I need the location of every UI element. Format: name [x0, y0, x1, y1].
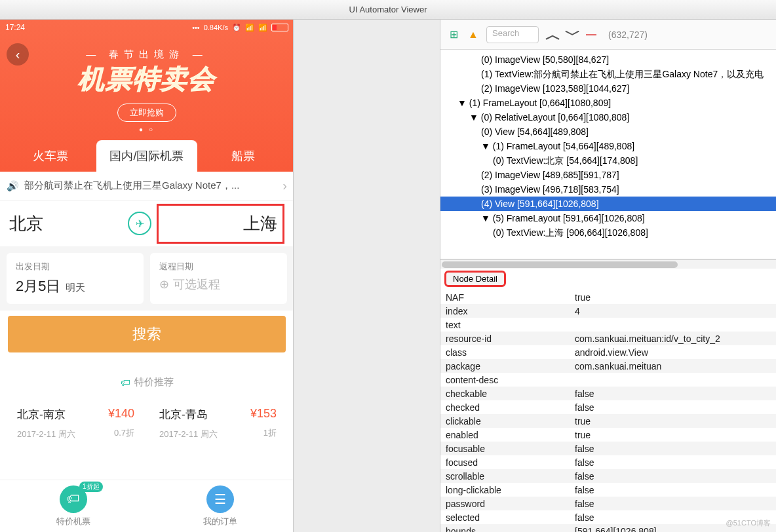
- notice-bar[interactable]: 🔊 部分航司禁止在飞机上使用三星Galaxy Note7，... ›: [0, 172, 294, 200]
- tab-ship[interactable]: 船票: [193, 140, 294, 172]
- chevron-up-icon[interactable]: ︿: [545, 24, 558, 45]
- swap-cities-button[interactable]: ✈: [128, 212, 151, 235]
- tree-row[interactable]: (1) TextView:部分航司禁止在飞机上使用三星Galaxy Note7，…: [440, 67, 776, 81]
- tree-row[interactable]: (0) View [54,664][489,808]: [440, 124, 776, 139]
- node-detail-tab[interactable]: Node Detail: [444, 271, 506, 287]
- carousel-dots: ● ○: [0, 126, 294, 133]
- detail-value: false: [575, 499, 776, 509]
- detail-row: checkablefalse: [440, 387, 776, 400]
- recommendation-title: 🏷 特价推荐: [0, 376, 294, 389]
- detail-value: true: [575, 292, 776, 303]
- warning-icon[interactable]: ▲: [467, 29, 480, 41]
- signal-icon: 📶: [258, 24, 267, 32]
- status-time: 17:24: [5, 23, 25, 32]
- status-indicators: ••• 0.84K/s ⏰ 📶 📶: [192, 24, 288, 32]
- tree-row[interactable]: ▼ (1) FrameLayout [54,664][489,808]: [440, 139, 776, 153]
- tree-row[interactable]: (2) ImageView [1023,588][1044,627]: [440, 81, 776, 96]
- return-date-card[interactable]: 返程日期 ⊕可选返程: [150, 253, 287, 304]
- tree-row[interactable]: (4) View [591,664][1026,808]: [440, 197, 776, 211]
- detail-key: focusable: [440, 444, 575, 454]
- tree-row[interactable]: ▼ (0) RelativeLayout [0,664][1080,808]: [440, 110, 776, 124]
- detail-value: com.sankuai.meituan: [575, 361, 776, 371]
- detail-row: resource-idcom.sankuai.meituan:id/v_to_c…: [440, 332, 776, 345]
- reco-discount: 1折: [250, 427, 277, 439]
- tree-horizontal-scrollbar[interactable]: [440, 259, 776, 269]
- tree-row[interactable]: (0) TextView:北京 [54,664][174,808]: [440, 153, 776, 168]
- minus-icon[interactable]: —: [585, 29, 598, 41]
- battery-icon: [271, 24, 288, 31]
- detail-value: true: [575, 416, 776, 427]
- detail-key: scrollable: [440, 471, 575, 482]
- detail-value: false: [575, 402, 776, 413]
- expand-all-icon[interactable]: ⊞: [447, 28, 460, 41]
- window-title: UI Automator Viewer: [0, 0, 776, 20]
- to-city[interactable]: 上海: [157, 204, 284, 244]
- chevron-down-icon[interactable]: ﹀: [565, 24, 578, 45]
- detail-row: focusedfalse: [440, 455, 776, 469]
- reco-discount: 0.7折: [108, 427, 134, 439]
- detail-value: android.view.View: [575, 347, 776, 358]
- detail-key: bounds: [440, 526, 575, 533]
- detail-value: 4: [575, 306, 776, 316]
- hero-cta-button[interactable]: 立即抢购: [117, 104, 176, 122]
- detail-key: content-desc: [440, 375, 575, 385]
- detail-row: focusablefalse: [440, 442, 776, 455]
- tree-row[interactable]: ▼ (5) FrameLayout [591,664][1026,808]: [440, 211, 776, 225]
- detail-row: passwordfalse: [440, 497, 776, 510]
- detail-row: text: [440, 318, 776, 332]
- detail-row: clickabletrue: [440, 414, 776, 428]
- detail-value: com.sankuai.meituan:id/v_to_city_2: [575, 333, 776, 344]
- tab-train[interactable]: 火车票: [0, 140, 100, 172]
- chevron-left-icon: ‹: [16, 47, 20, 62]
- return-date-placeholder: 可选返程: [173, 276, 220, 292]
- detail-value: false: [575, 485, 776, 495]
- detail-key: clickable: [440, 416, 575, 427]
- bottom-nav-label: 特价机票: [56, 516, 90, 527]
- detail-key: password: [440, 499, 575, 509]
- depart-date-label: 出发日期: [16, 261, 134, 273]
- plus-circle-icon: ⊕: [159, 277, 169, 292]
- tree-row[interactable]: (2) ImageView [489,685][591,787]: [440, 168, 776, 182]
- detail-key: focused: [440, 457, 575, 468]
- plane-icon: ✈: [136, 218, 144, 230]
- search-button[interactable]: 搜索: [8, 316, 286, 352]
- watermark: @51CTO博客: [726, 518, 771, 528]
- hierarchy-tree[interactable]: (0) ImageView [50,580][84,627](1) TextVi…: [440, 50, 776, 259]
- return-date-label: 返程日期: [159, 261, 278, 273]
- detail-row: checkedfalse: [440, 400, 776, 414]
- back-button[interactable]: ‹: [7, 43, 29, 66]
- reco-card[interactable]: 北京-南京 2017-2-11 周六 ¥140 0.7折: [8, 398, 144, 449]
- chevron-right-icon: ›: [282, 178, 287, 193]
- middle-pane: [294, 20, 440, 532]
- detail-key: text: [440, 320, 575, 330]
- detail-row: long-clickablefalse: [440, 483, 776, 497]
- detail-value: false: [575, 457, 776, 468]
- detail-key: index: [440, 306, 575, 316]
- bottom-nav-orders[interactable]: ☰ 我的订单: [147, 480, 294, 532]
- detail-key: long-clickable: [440, 485, 575, 495]
- tree-row[interactable]: (3) ImageView [496,718][583,754]: [440, 182, 776, 197]
- tree-row[interactable]: ▼ (1) FrameLayout [0,664][1080,809]: [440, 96, 776, 110]
- detail-key: enabled: [440, 430, 575, 440]
- bottom-nav-deals[interactable]: 1折起 🏷 特价机票: [0, 480, 147, 532]
- detail-row: packagecom.sankuai.meituan: [440, 359, 776, 373]
- tree-row[interactable]: (0) TextView:上海 [906,664][1026,808]: [440, 225, 776, 240]
- detail-row: content-desc: [440, 373, 776, 387]
- depart-date-sub: 明天: [66, 282, 85, 294]
- detail-key: package: [440, 361, 575, 371]
- reco-card[interactable]: 北京-青岛 2017-2-11 周六 ¥153 1折: [150, 398, 286, 449]
- search-input[interactable]: Search: [486, 26, 539, 43]
- tree-row[interactable]: (0) ImageView [50,580][84,627]: [440, 52, 776, 67]
- notice-text: 部分航司禁止在飞机上使用三星Galaxy Note7，...: [24, 180, 282, 192]
- detail-value: false: [575, 444, 776, 454]
- tab-flight[interactable]: 国内/国际机票: [96, 140, 197, 172]
- detail-value: false: [575, 471, 776, 482]
- tag-icon: 🏷: [121, 377, 130, 388]
- detail-key: NAF: [440, 292, 575, 303]
- from-city[interactable]: 北京: [9, 212, 123, 235]
- detail-row: enabledtrue: [440, 428, 776, 442]
- detail-key: checkable: [440, 389, 575, 399]
- depart-date-card[interactable]: 出发日期 2月5日明天: [7, 253, 144, 304]
- detail-key: class: [440, 347, 575, 358]
- detail-row: index4: [440, 304, 776, 318]
